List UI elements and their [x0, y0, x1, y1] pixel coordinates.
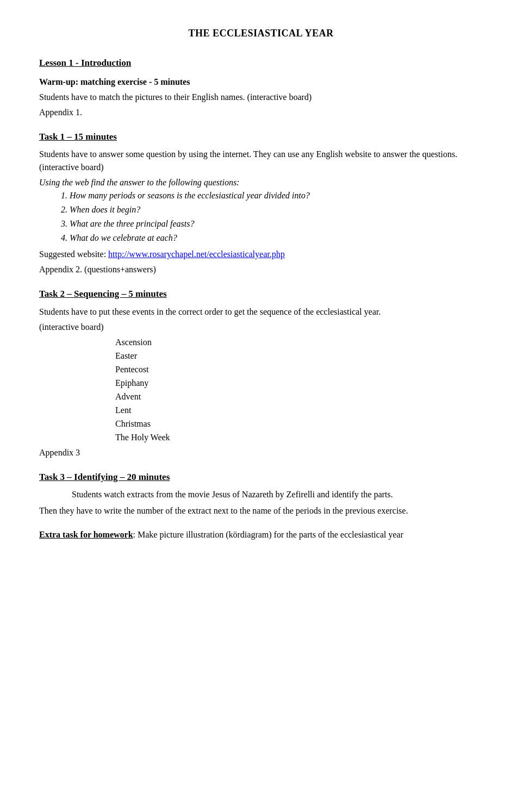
list-item: 1. How many periods or seasons is the ec… [61, 189, 483, 202]
list-item: Easter [115, 349, 483, 363]
list-item: Epiphany [115, 377, 483, 390]
task1-questions-list: 1. How many periods or seasons is the ec… [39, 189, 483, 245]
task2-note: (interactive board) [39, 321, 483, 334]
list-item: Ascension [115, 336, 483, 349]
task2-appendix: Appendix 3 [39, 446, 483, 459]
extra-task-rest: : Make picture illustration (kördiagram)… [133, 530, 403, 539]
extra-task-section: Extra task for homework: Make picture il… [39, 528, 483, 541]
task1-appendix: Appendix 2. (questions+answers) [39, 263, 483, 276]
list-item: Lent [115, 404, 483, 417]
task2-description: Students have to put these events in the… [39, 305, 483, 318]
task3-heading: Task 3 – Identifying – 20 minutes [39, 470, 483, 484]
list-item: 2. When does it begin? [61, 203, 483, 216]
warmup-heading: Warm-up: matching exercise - 5 minutes [39, 76, 483, 89]
warmup-description: Students have to match the pictures to t… [39, 91, 483, 104]
task3-description2: Then they have to write the number of th… [39, 504, 483, 517]
page-container: THE ECCLESIASTICAL YEAR Lesson 1 - Intro… [0, 0, 522, 812]
warmup-section: Warm-up: matching exercise - 5 minutes S… [39, 76, 483, 119]
suggested-website-label: Suggested website: [39, 249, 108, 259]
task1-section: Task 1 – 15 minutes Students have to ans… [39, 130, 483, 277]
task1-instruction: Using the web find the answer to the fol… [39, 176, 483, 189]
list-item: Christmas [115, 417, 483, 430]
warmup-appendix: Appendix 1. [39, 106, 483, 119]
list-item: Pentecost [115, 363, 483, 376]
task1-heading: Task 1 – 15 minutes [39, 130, 483, 144]
task2-section: Task 2 – Sequencing – 5 minutes Students… [39, 287, 483, 459]
task1-description: Students have to answer some question by… [39, 148, 483, 174]
task3-description1: Students watch extracts from the movie J… [39, 488, 483, 501]
extra-task-text: Extra task for homework: Make picture il… [39, 528, 483, 541]
page-title: THE ECCLESIASTICAL YEAR [39, 26, 483, 41]
task2-events-list: Ascension Easter Pentecost Epiphany Adve… [39, 336, 483, 444]
suggested-website-link[interactable]: http://www.rosarychapel.net/ecclesiastic… [108, 249, 285, 259]
list-item: Advent [115, 390, 483, 403]
extra-task-heading: Extra task for homework [39, 530, 133, 539]
task3-section: Task 3 – Identifying – 20 minutes Studen… [39, 470, 483, 518]
list-item: 3. What are the three principal feasts? [61, 217, 483, 230]
task2-heading: Task 2 – Sequencing – 5 minutes [39, 287, 483, 301]
list-item: The Holy Week [115, 431, 483, 444]
list-item: 4. What do we celebrate at each? [61, 232, 483, 245]
suggested-website: Suggested website: http://www.rosarychap… [39, 248, 483, 261]
lesson-title: Lesson 1 - Introduction [39, 56, 483, 70]
